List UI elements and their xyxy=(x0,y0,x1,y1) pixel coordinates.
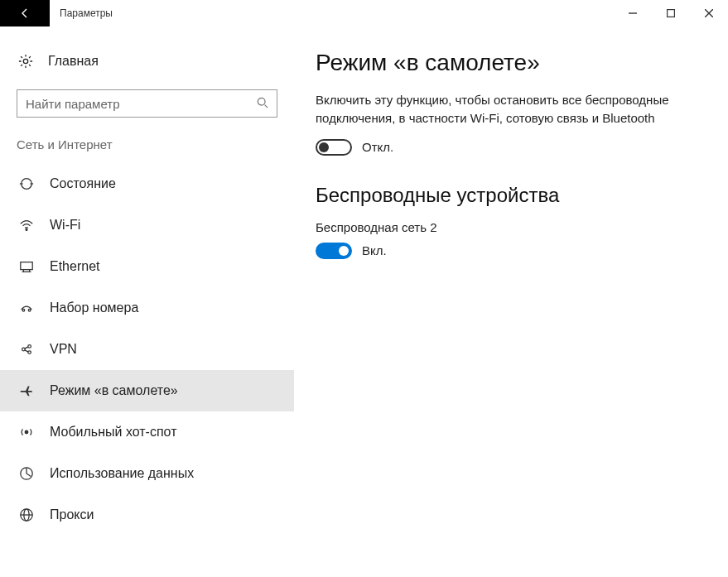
sidebar-item-datausage[interactable]: Использование данных xyxy=(0,453,294,494)
sidebar-item-ethernet[interactable]: Ethernet xyxy=(0,246,294,287)
close-button[interactable] xyxy=(690,0,728,26)
sidebar-item-hotspot[interactable]: Мобильный хот-спот xyxy=(0,411,294,453)
svg-point-7 xyxy=(22,179,32,190)
window-title: Параметры xyxy=(50,0,614,26)
main-content: Режим «в самолете» Включить эту функцию,… xyxy=(294,26,728,577)
airplane-toggle-label: Откл. xyxy=(362,140,393,154)
sidebar-item-label: Набор номера xyxy=(50,301,138,315)
search-icon xyxy=(257,97,268,111)
sidebar-item-proxy[interactable]: Прокси xyxy=(0,494,294,536)
status-icon xyxy=(18,176,35,191)
airplane-mode-toggle[interactable] xyxy=(316,139,352,156)
sidebar-item-airplane[interactable]: Режим «в самолете» xyxy=(0,370,294,411)
sidebar-item-label: Использование данных xyxy=(50,466,194,481)
svg-rect-11 xyxy=(21,262,32,270)
wireless-device-name: Беспроводная сеть 2 xyxy=(316,220,703,234)
svg-point-15 xyxy=(22,309,25,311)
wireless-toggle-label: Вкл. xyxy=(362,243,387,257)
svg-rect-1 xyxy=(668,10,675,17)
sidebar: Главная Найти параметр Сеть и Интернет С… xyxy=(0,26,294,577)
maximize-button[interactable] xyxy=(652,0,690,26)
home-label: Главная xyxy=(48,54,99,69)
vpn-icon xyxy=(18,342,35,357)
home-link[interactable]: Главная xyxy=(0,43,294,79)
sidebar-item-status[interactable]: Состояние xyxy=(0,163,294,204)
sidebar-item-label: Режим «в самолете» xyxy=(50,383,178,398)
svg-point-10 xyxy=(26,229,27,231)
titlebar: Параметры xyxy=(0,0,728,26)
back-button[interactable] xyxy=(0,0,50,26)
dialup-icon xyxy=(18,301,35,315)
sidebar-item-label: Ethernet xyxy=(50,259,99,274)
svg-point-4 xyxy=(23,59,27,63)
svg-line-6 xyxy=(265,104,268,108)
hotspot-icon xyxy=(18,425,35,440)
gear-icon xyxy=(18,54,33,69)
proxy-icon xyxy=(18,507,35,522)
sidebar-item-wifi[interactable]: Wi-Fi xyxy=(0,204,294,246)
sidebar-item-label: Состояние xyxy=(50,176,116,191)
sidebar-item-label: Мобильный хот-спот xyxy=(50,425,176,440)
airplane-description: Включить эту функцию, чтобы остановить в… xyxy=(316,91,680,127)
search-input[interactable]: Найти параметр xyxy=(17,89,277,118)
sidebar-item-label: VPN xyxy=(50,342,77,357)
window-controls xyxy=(614,0,728,26)
wireless-toggle[interactable] xyxy=(316,243,352,259)
group-header: Сеть и Интернет xyxy=(0,132,294,163)
wifi-icon xyxy=(18,218,35,233)
svg-line-21 xyxy=(25,350,29,352)
svg-point-5 xyxy=(258,98,265,105)
svg-point-18 xyxy=(28,345,31,349)
svg-line-20 xyxy=(25,347,29,349)
ethernet-icon xyxy=(18,259,35,274)
page-heading: Режим «в самолете» xyxy=(316,50,703,76)
datausage-icon xyxy=(18,466,35,481)
svg-point-22 xyxy=(25,430,28,434)
minimize-button[interactable] xyxy=(614,0,652,26)
wireless-heading: Беспроводные устройства xyxy=(316,184,703,207)
sidebar-item-dialup[interactable]: Набор номера xyxy=(0,287,294,329)
svg-point-16 xyxy=(28,309,31,311)
sidebar-item-label: Прокси xyxy=(50,507,94,522)
search-placeholder: Найти параметр xyxy=(26,97,120,111)
sidebar-item-vpn[interactable]: VPN xyxy=(0,329,294,370)
airplane-icon xyxy=(18,383,35,398)
svg-point-19 xyxy=(28,351,31,354)
sidebar-item-label: Wi-Fi xyxy=(50,218,80,233)
